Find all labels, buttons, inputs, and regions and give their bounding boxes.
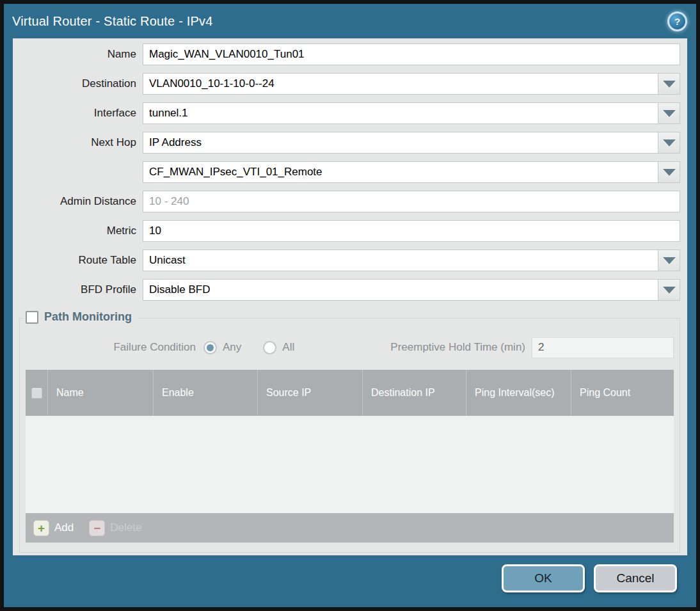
form-row-name: Name: [13, 44, 680, 65]
failure-condition-any-label: Any: [223, 341, 241, 354]
column-header-ping-interval[interactable]: Ping Interval(sec): [466, 370, 571, 416]
plus-icon: +: [33, 520, 49, 536]
next-hop-type-input[interactable]: [143, 132, 658, 154]
chevron-down-icon: [663, 169, 676, 176]
select-all-checkbox[interactable]: [31, 388, 42, 399]
dialog-footer: OK Cancel: [502, 564, 677, 592]
path-monitoring-legend: Path Monitoring: [24, 310, 138, 324]
form-row-route-table: Route Table: [13, 250, 680, 271]
path-monitoring-section: Path Monitoring Failure Condition Any Al…: [19, 318, 680, 553]
failure-condition-all-radio[interactable]: [263, 341, 276, 354]
failure-condition-row: Failure Condition Any All Preemptive Hol…: [26, 338, 674, 357]
add-button-label: Add: [54, 521, 74, 534]
destination-input[interactable]: [143, 73, 658, 95]
column-header-enable[interactable]: Enable: [154, 370, 258, 416]
failure-condition-all-label: All: [282, 341, 294, 354]
admin-distance-input[interactable]: [143, 191, 680, 212]
delete-button[interactable]: − Delete: [89, 520, 141, 536]
route-table-input[interactable]: [143, 250, 658, 271]
next-hop-address-dropdown-button[interactable]: [658, 161, 680, 183]
metric-label: Metric: [13, 225, 143, 237]
failure-condition-label: Failure Condition: [26, 341, 196, 354]
title-bar: Virtual Router - Static Route - IPv4 ?: [4, 4, 696, 38]
next-hop-label: Next Hop: [13, 136, 143, 149]
name-label: Name: [13, 48, 143, 61]
path-monitoring-checkbox[interactable]: [26, 311, 38, 324]
chevron-down-icon: [663, 110, 676, 117]
table-header: Name Enable Source IP Destination IP Pin…: [26, 370, 674, 416]
form-row-next-hop-address: [13, 161, 680, 183]
table-toolbar: + Add − Delete: [26, 513, 674, 543]
bfd-profile-input[interactable]: [143, 279, 658, 301]
form-row-metric: Metric: [13, 220, 680, 242]
help-icon[interactable]: ?: [667, 12, 687, 31]
select-all-checkbox-cell: [26, 370, 48, 416]
preemptive-hold-time-label: Preemptive Hold Time (min): [390, 341, 525, 354]
destination-label: Destination: [13, 77, 143, 90]
destination-dropdown-button[interactable]: [658, 73, 680, 95]
column-header-destination-ip[interactable]: Destination IP: [363, 370, 466, 416]
next-hop-address-input[interactable]: [143, 161, 658, 183]
preemptive-hold-time-input[interactable]: [532, 337, 674, 358]
bfd-profile-label: BFD Profile: [13, 283, 143, 296]
cancel-button[interactable]: Cancel: [594, 564, 677, 592]
route-table-dropdown-button[interactable]: [658, 250, 680, 271]
chevron-down-icon: [663, 81, 676, 88]
failure-condition-any-radio[interactable]: [203, 341, 217, 354]
ok-button[interactable]: OK: [502, 564, 585, 592]
admin-distance-label: Admin Distance: [13, 195, 143, 208]
static-route-dialog: Virtual Router - Static Route - IPv4 ? N…: [0, 0, 700, 611]
chevron-down-icon: [663, 287, 676, 294]
route-table-label: Route Table: [13, 254, 143, 267]
add-button[interactable]: + Add: [33, 520, 74, 536]
table-body-empty: [26, 416, 674, 513]
minus-icon: −: [89, 520, 105, 536]
path-monitoring-table: Name Enable Source IP Destination IP Pin…: [26, 370, 674, 543]
interface-input[interactable]: [143, 102, 658, 124]
chevron-down-icon: [663, 257, 676, 264]
path-monitoring-title: Path Monitoring: [44, 310, 132, 324]
column-header-source-ip[interactable]: Source IP: [258, 370, 363, 416]
metric-input[interactable]: [143, 220, 680, 242]
column-header-ping-count[interactable]: Ping Count: [571, 370, 674, 416]
form-row-destination: Destination: [13, 73, 680, 95]
form-row-next-hop: Next Hop: [13, 132, 680, 154]
interface-dropdown-button[interactable]: [658, 102, 680, 124]
form-row-admin-distance: Admin Distance: [13, 191, 680, 212]
dialog-title: Virtual Router - Static Route - IPv4: [12, 14, 213, 29]
column-header-name[interactable]: Name: [48, 370, 154, 416]
bfd-profile-dropdown-button[interactable]: [658, 279, 680, 301]
form-row-interface: Interface: [13, 102, 680, 124]
name-input[interactable]: [143, 44, 680, 65]
next-hop-dropdown-button[interactable]: [658, 132, 680, 154]
chevron-down-icon: [663, 139, 676, 147]
form-row-bfd-profile: BFD Profile: [13, 279, 680, 301]
dialog-content: Name Destination Interface Next Hop: [13, 38, 687, 555]
delete-button-label: Delete: [110, 521, 141, 534]
interface-label: Interface: [13, 107, 143, 120]
